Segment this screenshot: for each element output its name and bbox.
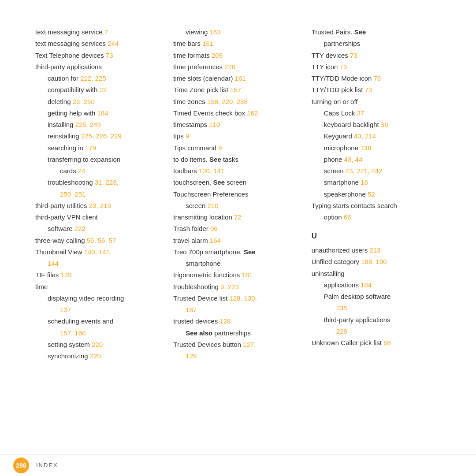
- page-ref: 144: [48, 260, 59, 267]
- entry-text-messaging-services: text messaging services 244: [35, 38, 156, 49]
- entry-setting-system: setting system 220: [35, 339, 156, 350]
- page-ref: 210: [208, 202, 219, 209]
- page-ref: 24: [78, 167, 86, 175]
- see-label: See: [244, 248, 256, 256]
- page-ref: 181: [242, 271, 253, 279]
- entry-ttytdd-pick-list: TTY/TDD pick list 73: [312, 84, 432, 96]
- entry-troubleshooting-cont: 250–251: [35, 189, 156, 200]
- page-ref: 120, 141: [199, 167, 224, 175]
- page-ref: 250–251: [60, 190, 86, 198]
- page-ref: 31, 228,: [95, 178, 119, 186]
- entry-trusted-pairs: Trusted Pairs. See: [312, 26, 432, 38]
- entry-trusted-devices-button-cont: 129: [173, 350, 294, 362]
- entry-deleting: deleting 23, 250: [35, 96, 156, 108]
- page-ref: 110: [209, 121, 220, 128]
- page-ref: 73: [350, 52, 357, 59]
- entry-third-party-vpn: third-party VPN client: [35, 212, 156, 223]
- page-ref: 220: [92, 341, 103, 348]
- entry-screen: screen 43, 221, 242: [312, 165, 432, 177]
- page-ref: 128, 130,: [229, 294, 257, 302]
- entry-displaying-video-num: 137: [35, 304, 156, 316]
- entry-microphone: microphone 138: [312, 142, 432, 154]
- page-ref: 220: [224, 63, 235, 71]
- entry-treo700p: Treo 700p smartphone. See: [173, 246, 294, 258]
- page-ref: 228: [336, 327, 347, 335]
- entry-tty-icon: TTY icon 73: [312, 61, 432, 73]
- footer-index-label: INDEX: [36, 462, 58, 469]
- entry-trusted-device-cont: 187: [173, 304, 294, 316]
- entry-phone: phone 43, 44: [312, 154, 432, 165]
- page-ref: 157, 160: [60, 329, 86, 337]
- entry-text-messaging-service: text messaging service 7: [35, 26, 156, 38]
- entry-unauthorized: unauthorized users 213: [312, 245, 432, 256]
- entry-uninstalling: uninstalling: [312, 268, 432, 279]
- page-ref: 73: [365, 86, 372, 93]
- page-ref: 43, 214: [354, 132, 376, 140]
- see-label: See: [213, 178, 225, 186]
- entry-touchscreen-prefs: Touchscreen Preferences: [173, 189, 294, 200]
- page-ref: 129: [186, 352, 197, 360]
- page-ref: 184: [361, 281, 372, 289]
- entry-transferring: transferring to expansion: [35, 154, 156, 165]
- entry-text-telephone: Text Telephone devices 73: [35, 50, 156, 61]
- entry-keyboard-backlight: keyboard backlight 36: [312, 119, 432, 130]
- page-ref: 73: [340, 63, 347, 71]
- page-ref: 188, 190: [361, 258, 387, 265]
- entry-searching: searching in 179: [35, 142, 156, 154]
- entry-tty-devices: TTY devices 73: [312, 50, 432, 61]
- entry-trash-folder: Trash folder 96: [173, 223, 294, 234]
- page-ref: 161: [202, 40, 213, 47]
- page-ref: 55, 56, 57: [87, 237, 116, 244]
- page-ref: 7: [104, 28, 108, 36]
- entry-time-bars: time bars 161: [173, 38, 294, 49]
- entry-three-way-calling: three-way calling 55, 56, 57: [35, 235, 156, 246]
- page-ref: 68: [383, 339, 391, 346]
- entry-travel-alarm: travel alarm 164: [173, 235, 294, 246]
- col1: text messaging service 7 text messaging …: [35, 26, 164, 423]
- page-ref: 179: [85, 144, 96, 152]
- page: text messaging service 7 text messaging …: [0, 0, 476, 476]
- page-ref: 9: [186, 132, 189, 140]
- page-ref: 22: [100, 86, 107, 93]
- page-ref: 140, 141,: [84, 248, 112, 256]
- entry-troubleshooting: troubleshooting 31, 228,: [35, 177, 156, 188]
- index-columns: text messaging service 7 text messaging …: [35, 26, 441, 423]
- entry-scheduling: scheduling events and: [35, 316, 156, 327]
- entry-troubleshooting2: troubleshooting 9, 223: [173, 281, 294, 293]
- page-ref: 212, 225: [80, 74, 106, 82]
- entry-speakerphone: speakerphone 52: [312, 189, 432, 200]
- page-ref: 36: [381, 121, 388, 128]
- page-ref: 222: [74, 225, 86, 232]
- page-ref: 52: [368, 190, 375, 198]
- col2: viewing 163 time bars 161 time formats 2…: [164, 26, 302, 423]
- page-ref: 220: [90, 352, 101, 360]
- entry-applications: applications 184: [312, 279, 432, 291]
- footer: 298 INDEX: [0, 454, 476, 476]
- entry-unknown-caller: Unknown Caller pick list 68: [312, 337, 432, 349]
- page-ref: 76: [374, 74, 381, 82]
- entry-touchscreen: touchscreen. See screen: [173, 177, 294, 188]
- entry-time-preferences: time preferences 220: [173, 61, 294, 73]
- entry-touchscreen-screen: screen 210: [173, 200, 294, 212]
- page-ref: 184: [97, 109, 108, 117]
- page-ref: 23, 219: [89, 202, 111, 209]
- entry-compatibility: compatibility with 22: [35, 84, 156, 96]
- page-ref: 73: [106, 52, 113, 59]
- entry-turning-on-off: turning on or off: [312, 96, 432, 108]
- page-ref: 162: [247, 109, 258, 117]
- entry-transmitting: transmitting location 72: [173, 212, 294, 223]
- entry-palm-desktop: Palm desktop software: [312, 291, 432, 302]
- entry-tif-files: TIF files 139: [35, 269, 156, 281]
- entry-synchronizing: synchronizing 220: [35, 350, 156, 362]
- entry-third-party-utilities: third-party utilities 23, 219: [35, 200, 156, 212]
- entry-installing: installing 225, 249: [35, 119, 156, 130]
- col3: Trusted Pairs. See partnerships TTY devi…: [303, 26, 441, 423]
- entry-displaying-video: displaying video recording: [35, 293, 156, 304]
- page-ref: 164: [210, 237, 221, 244]
- entry-thumbnail-cont: 144: [35, 258, 156, 269]
- page-ref: 244: [108, 40, 119, 47]
- entry-scheduling-num: 157, 160: [35, 327, 156, 339]
- page-ref: 9: [218, 144, 222, 152]
- entry-palm-desktop-num: 235: [312, 302, 432, 314]
- page-ref: 128: [219, 317, 231, 325]
